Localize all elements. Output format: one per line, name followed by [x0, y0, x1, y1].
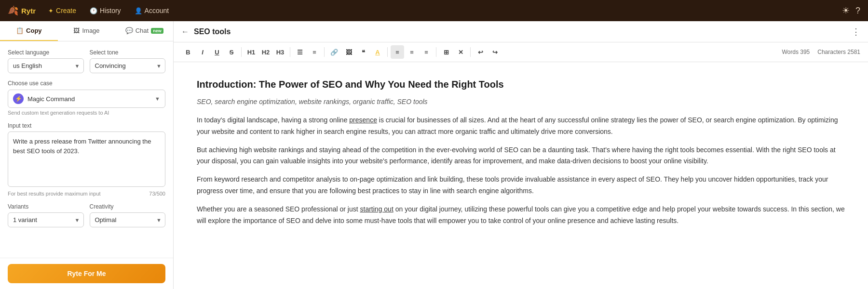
language-tone-row: Select language us English UK English Fr… — [8, 49, 165, 73]
quote-button[interactable]: ❝ — [356, 45, 370, 59]
paragraph-4: Whether you are a seasoned SEO professio… — [197, 204, 845, 227]
editor-header-right: ⋮ — [852, 26, 860, 37]
language-field: Select language us English UK English Fr… — [8, 49, 84, 73]
align-right-button[interactable]: ≡ — [420, 45, 433, 59]
h2-button[interactable]: H2 — [259, 45, 272, 59]
use-case-value: Magic Command — [27, 95, 151, 103]
h1-button[interactable]: H1 — [244, 45, 258, 59]
variants-select-wrapper: 1 variant 2 variants 3 variants ▼ — [8, 212, 84, 227]
paragraph-3: From keyword research and competitor ana… — [197, 174, 845, 197]
input-text-label: Input text — [8, 122, 165, 129]
textarea-footer: For best results provide maximum input 7… — [8, 191, 165, 197]
link-button[interactable]: 🔗 — [327, 45, 341, 59]
align-left-button[interactable]: ≡ — [391, 45, 404, 59]
sidebar-tabs: 📋 Copy 🖼 Image 💬 Chat new — [0, 21, 173, 41]
nav-create[interactable]: ✦ Create — [43, 4, 81, 17]
nav-account-label: Account — [145, 7, 169, 14]
use-case-label: Choose use case — [8, 80, 165, 87]
sidebar: 📋 Copy 🖼 Image 💬 Chat new Select languag… — [0, 21, 174, 289]
inline-underline-2: starting out — [360, 205, 393, 213]
nav-history[interactable]: 🕐 History — [85, 4, 126, 17]
toolbar-stats: Words 395 Characters 2581 — [782, 49, 860, 55]
tone-field: Select tone Convincing Formal Casual Hum… — [90, 49, 166, 73]
paragraph-1: In today's digital landscape, having a s… — [197, 115, 845, 138]
undo-button[interactable]: ↩ — [474, 45, 487, 59]
tab-chat[interactable]: 💬 Chat new — [115, 21, 173, 41]
account-icon: 👤 — [135, 7, 142, 14]
highlight-button[interactable]: A — [371, 45, 384, 59]
creativity-field: Creativity Optimal High Max ▼ — [90, 203, 166, 227]
char-count: 73/500 — [149, 191, 165, 197]
main-layout: 📋 Copy 🖼 Image 💬 Chat new Select languag… — [0, 21, 868, 289]
language-label: Select language — [8, 49, 84, 56]
sidebar-content: Select language us English UK English Fr… — [0, 41, 173, 258]
variants-label: Variants — [8, 203, 84, 210]
language-select[interactable]: us English UK English French Spanish — [8, 58, 84, 73]
input-text-group: Input text Write a press release from Tw… — [8, 122, 165, 197]
strikethrough-button[interactable]: S — [225, 45, 238, 59]
nav-account[interactable]: 👤 Account — [130, 4, 174, 17]
toolbar-separator-3 — [324, 47, 325, 57]
editor-body[interactable]: Introduction: The Power of SEO and Why Y… — [174, 62, 868, 289]
copy-tab-icon: 📋 — [16, 27, 24, 34]
tone-label: Select tone — [90, 49, 166, 56]
chat-badge: new — [151, 28, 163, 34]
creativity-select[interactable]: Optimal High Max — [90, 212, 166, 227]
ordered-list-button[interactable]: ≡ — [308, 45, 321, 59]
logo-icon: 🍂 — [8, 5, 18, 16]
editor-header: ← SEO tools ⋮ — [174, 21, 868, 42]
top-navigation: 🍂 Rytr ✦ Create 🕐 History 👤 Account ☀ ? — [0, 0, 868, 21]
toolbar-separator-6 — [470, 47, 471, 57]
document-title: Introduction: The Power of SEO and Why Y… — [197, 78, 845, 91]
use-case-hint: Send custom text generation requests to … — [8, 110, 165, 116]
editor-toolbar: B I U S H1 H2 H3 ☰ ≡ 🔗 🖼 ❝ A ≡ ≡ ≡ ⊞ ✕ ↩… — [174, 42, 868, 62]
sidebar-footer: Ryte For Me — [0, 258, 173, 289]
variants-select[interactable]: 1 variant 2 variants 3 variants — [8, 212, 84, 227]
clear-format-button[interactable]: ✕ — [454, 45, 467, 59]
tone-select[interactable]: Convincing Formal Casual Humorous — [90, 58, 166, 73]
document-subtitle: SEO, search engine optimization, website… — [197, 97, 845, 107]
language-select-wrapper: us English UK English French Spanish ▼ — [8, 58, 84, 73]
more-options-button[interactable]: ⋮ — [852, 26, 860, 37]
creativity-select-wrapper: Optimal High Max ▼ — [90, 212, 166, 227]
help-icon[interactable]: ? — [855, 6, 860, 16]
bullet-list-button[interactable]: ☰ — [293, 45, 307, 59]
theme-toggle-icon[interactable]: ☀ — [842, 5, 850, 16]
image-insert-button[interactable]: 🖼 — [342, 45, 355, 59]
toolbar-separator-2 — [290, 47, 290, 57]
image-tab-label: Image — [82, 27, 99, 34]
image-tab-icon: 🖼 — [73, 27, 80, 34]
table-button[interactable]: ⊞ — [439, 45, 453, 59]
h3-button[interactable]: H3 — [273, 45, 287, 59]
editor-title: SEO tools — [194, 27, 852, 36]
magic-command-icon: ⚡ — [13, 93, 24, 104]
ryte-for-me-button[interactable]: Ryte For Me — [8, 264, 165, 283]
word-count: Words 395 — [782, 49, 810, 55]
back-button[interactable]: ← — [181, 27, 189, 36]
redo-button[interactable]: ↪ — [488, 45, 502, 59]
underline-button[interactable]: U — [210, 45, 224, 59]
input-textarea[interactable]: Write a press release from Twitter annou… — [8, 131, 165, 187]
use-case-select[interactable]: ⚡ Magic Command ▼ — [8, 90, 165, 108]
history-icon: 🕐 — [90, 7, 97, 14]
char-count-display: Characters 2581 — [817, 49, 860, 55]
copy-tab-label: Copy — [26, 27, 42, 34]
inline-underline-1: presence — [349, 116, 377, 124]
variants-field: Variants 1 variant 2 variants 3 variants… — [8, 203, 84, 227]
bold-button[interactable]: B — [181, 45, 195, 59]
create-icon: ✦ — [48, 7, 54, 14]
tab-image[interactable]: 🖼 Image — [58, 21, 116, 41]
chat-tab-icon: 💬 — [125, 27, 133, 34]
logo-text: Rytr — [21, 7, 36, 15]
logo[interactable]: 🍂 Rytr — [8, 5, 36, 16]
tab-copy[interactable]: 📋 Copy — [0, 21, 58, 41]
use-case-group: Choose use case ⚡ Magic Command ▼ Send c… — [8, 80, 165, 116]
nav-history-label: History — [100, 7, 121, 14]
italic-button[interactable]: I — [196, 45, 209, 59]
variants-creativity-row: Variants 1 variant 2 variants 3 variants… — [8, 203, 165, 227]
paragraph-2: But achieving high website rankings and … — [197, 144, 845, 168]
toolbar-separator-1 — [241, 47, 242, 57]
align-center-button[interactable]: ≡ — [405, 45, 419, 59]
tone-select-wrapper: Convincing Formal Casual Humorous ▼ — [90, 58, 166, 73]
nav-create-label: Create — [56, 7, 76, 14]
